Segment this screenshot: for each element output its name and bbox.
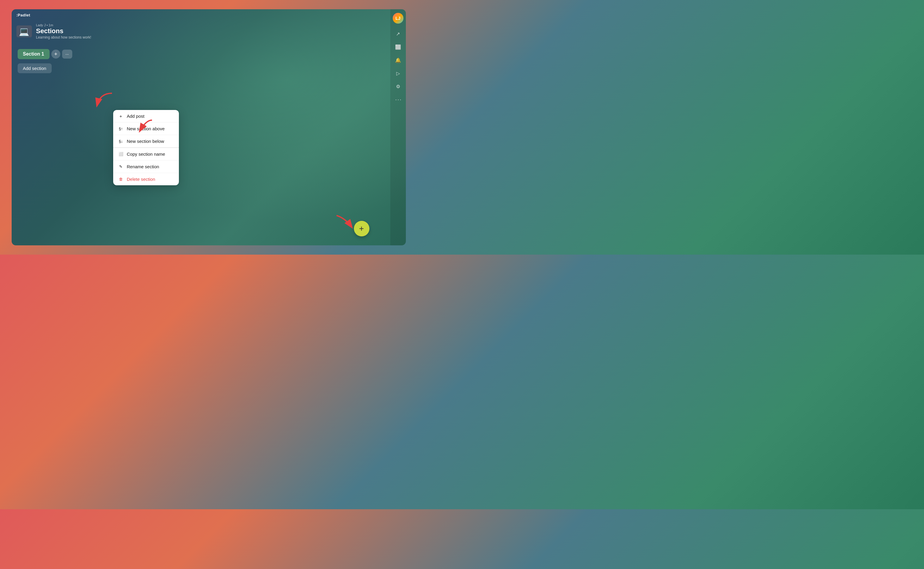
- context-menu: + Add post §↑ New section above §↓ New s…: [113, 110, 179, 185]
- menu-item-new-section-below[interactable]: §↓ New section below: [113, 135, 179, 148]
- more-button[interactable]: ···: [393, 94, 404, 105]
- menu-item-new-section-above[interactable]: §↑ New section above: [113, 123, 179, 135]
- plus-icon: +: [54, 51, 57, 57]
- arrow-1: [94, 90, 115, 113]
- menu-item-new-section-above-label: New section above: [127, 126, 165, 131]
- bell-icon: 🔔: [395, 57, 401, 63]
- copy-icon: ⬜: [118, 152, 124, 156]
- settings-button[interactable]: ⚙: [393, 81, 404, 92]
- right-sidebar: LJ ↗ ⬜ 🔔 ▷ ⚙ ···: [390, 9, 406, 245]
- add-post-icon: +: [118, 114, 124, 119]
- top-bar: :Padlet: [12, 9, 390, 21]
- board-title: Sections: [36, 27, 91, 35]
- board-info: Lady J • 1m Sections Learning about how …: [36, 23, 91, 40]
- share-icon: ↗: [396, 31, 400, 37]
- play-icon: ▷: [396, 70, 400, 76]
- section-more-button[interactable]: ···: [62, 50, 72, 59]
- menu-item-copy-section-name[interactable]: ⬜ Copy section name: [113, 148, 179, 160]
- more-icon: ···: [394, 96, 401, 103]
- menu-item-add-post[interactable]: + Add post: [113, 110, 179, 123]
- menu-item-delete-section[interactable]: 🗑 Delete section: [113, 173, 179, 185]
- menu-item-delete-section-label: Delete section: [127, 176, 155, 182]
- layout-button[interactable]: ⬜: [393, 41, 404, 52]
- menu-item-rename-section-label: Rename section: [127, 164, 159, 169]
- menu-item-add-post-label: Add post: [127, 114, 144, 119]
- fab-add-button[interactable]: +: [354, 221, 369, 236]
- board-body: Section 1 + ··· Add section + Add post §…: [12, 44, 390, 245]
- board-icon: 💻: [17, 26, 32, 37]
- main-content: :Padlet 💻 Lady J • 1m Sections Learning …: [12, 9, 390, 245]
- avatar-initials: LJ: [395, 16, 400, 21]
- layout-icon: ⬜: [395, 44, 401, 50]
- notifications-button[interactable]: 🔔: [393, 55, 404, 65]
- board-meta: Lady J • 1m: [36, 23, 91, 27]
- share-button[interactable]: ↗: [393, 28, 404, 39]
- section-add-post-button[interactable]: +: [52, 50, 60, 59]
- section-title-button[interactable]: Section 1: [18, 49, 50, 59]
- new-section-above-icon: §↑: [118, 126, 124, 131]
- avatar[interactable]: LJ: [393, 13, 404, 24]
- board-subtitle: Learning about how sections work!: [36, 35, 91, 40]
- play-button[interactable]: ▷: [393, 68, 404, 79]
- new-section-below-icon: §↓: [118, 139, 124, 143]
- menu-item-new-section-below-label: New section below: [127, 138, 164, 144]
- rename-icon: ✎: [118, 164, 124, 169]
- ellipsis-icon: ···: [65, 52, 69, 56]
- gear-icon: ⚙: [396, 84, 400, 89]
- section-header: Section 1 + ···: [18, 49, 384, 59]
- laptop-icon: 💻: [19, 27, 29, 37]
- add-section-button[interactable]: Add section: [18, 63, 52, 73]
- arrow-3: [334, 213, 355, 231]
- board-header: 💻 Lady J • 1m Sections Learning about ho…: [12, 21, 390, 44]
- menu-item-copy-section-name-label: Copy section name: [127, 152, 165, 157]
- app-window: :Padlet 💻 Lady J • 1m Sections Learning …: [12, 9, 406, 245]
- menu-item-rename-section[interactable]: ✎ Rename section: [113, 160, 179, 173]
- delete-icon: 🗑: [118, 177, 124, 181]
- padlet-logo: :Padlet: [17, 13, 30, 17]
